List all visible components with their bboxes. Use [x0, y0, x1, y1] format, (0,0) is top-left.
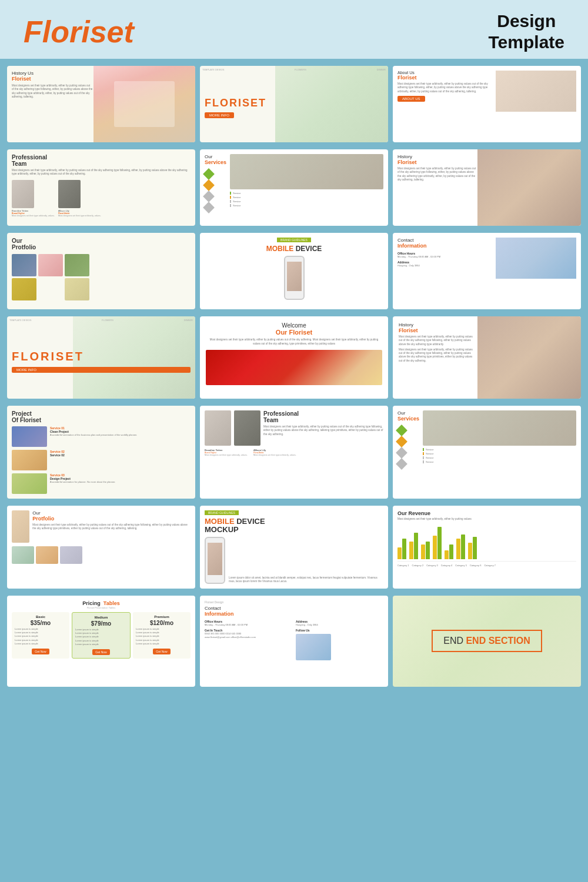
- header-logo: Floriset: [24, 14, 134, 49]
- mobile-word1: MOBILE: [266, 245, 294, 253]
- row1: History Us Floriset Most designers set t…: [0, 59, 588, 149]
- bar-group-7: [468, 537, 477, 559]
- contact-bottom-title: Contact: [205, 606, 383, 611]
- bar-g1: [402, 539, 406, 559]
- plan-basic-price: $35/mo: [15, 620, 66, 626]
- mockup-word3: MOCKUP: [205, 525, 239, 534]
- end-section-text: END SECTION: [466, 636, 530, 646]
- slide-history-wide: History Floriset Most designers set thei…: [393, 316, 581, 399]
- slide-contact-info: Contact Information Office Hours Monday …: [393, 233, 581, 309]
- basic-btn[interactable]: Get Now: [32, 649, 49, 654]
- history-wide-text1: Most designers set their type arbitraril…: [399, 335, 476, 346]
- portfolio2-title1: Our: [32, 510, 191, 516]
- project-service2-name: Service 02: [50, 453, 65, 457]
- bar-y2: [409, 542, 413, 559]
- history2-brand: Floriset: [397, 159, 478, 165]
- service-item-2: Service: [230, 196, 383, 199]
- team2-text: Most designers set their type arbitraril…: [263, 425, 383, 436]
- mobile-title: MOBILE DEVICE: [205, 245, 383, 253]
- slide-history-floriset: History Floriset Most designers set thei…: [393, 149, 581, 226]
- team2-title2: Team: [263, 417, 383, 423]
- portfolio2-small-3: [60, 546, 82, 564]
- services2-img: [423, 410, 576, 446]
- portfolio-img-3: [65, 254, 89, 276]
- more-info-btn[interactable]: MORE INFO: [205, 112, 234, 118]
- services2-item2: Service: [423, 452, 576, 455]
- medium-btn[interactable]: Get Now: [92, 649, 109, 655]
- bar-g6: [461, 534, 465, 559]
- diamond-gray2-2: [396, 458, 407, 470]
- floriset-wide-brand: FLORISET: [12, 350, 191, 363]
- header: Floriset Design Template: [0, 0, 588, 59]
- mobile-device-img: [284, 256, 305, 300]
- bar-g5: [449, 544, 453, 559]
- history-wide-text2: Most designers set their type arbitraril…: [399, 348, 476, 363]
- services-coffee-img: [230, 154, 383, 189]
- project-title1: Project: [12, 410, 191, 417]
- bar-group-2: [409, 533, 418, 559]
- history2-title: History: [397, 154, 478, 159]
- project-title2: Of Floriset: [12, 417, 191, 423]
- section3: Project Of Floriset Service 01 Clean Pro…: [0, 406, 588, 506]
- bar-g7: [473, 537, 477, 559]
- team2-title1: Professional: [263, 410, 383, 417]
- team2-member1-sub: Most designers set their type arbitraril…: [205, 454, 248, 456]
- premium-feat-5: Lorem ipsum is simple: [136, 642, 188, 646]
- bar-y5: [445, 550, 449, 559]
- slide2-tabs: TEMPLATE DESIGN FLOWERS DINNER: [9, 319, 193, 322]
- welcome-text: Most designers set their type arbitraril…: [206, 338, 382, 346]
- about-image: [496, 71, 576, 112]
- portfolio-img-1: [12, 254, 36, 276]
- team-photo-1: [12, 180, 34, 208]
- portfolio2-small-2: [36, 546, 58, 564]
- diamond-gray2-1: [396, 447, 407, 459]
- diamond-gray-2: [203, 202, 215, 213]
- brand-guidlines-label: BRAND GUIDLINES: [277, 238, 311, 242]
- project-service1-text: A wonderful serenation of the business p…: [50, 433, 137, 436]
- bar-y1: [397, 547, 402, 559]
- history-wide-brand: Floriset: [399, 328, 476, 333]
- flowers-image-overlay: [114, 81, 175, 127]
- pricing-subtitle: Florset Presentation Tables: [12, 606, 191, 609]
- team-title2: Team: [12, 161, 191, 167]
- diamond-gray-1: [203, 191, 215, 202]
- mockup-word1: MOBILE: [205, 517, 235, 526]
- slide-history-title: History Us: [12, 71, 93, 76]
- slide-mobile-device: BRAND GUIDLINES MOBILE DEVICE: [200, 233, 388, 309]
- services2-item4: Service: [423, 460, 576, 463]
- chart-legend: Category 1 Category 2 Category 3 Categor…: [397, 564, 576, 567]
- section2: TEMPLATE DESIGN FLOWERS DINNER FLORISET …: [0, 316, 588, 406]
- project-img-2: [12, 450, 47, 470]
- plan-premium-name: Premium: [136, 615, 188, 619]
- history-woman-img: [477, 149, 581, 226]
- mockup-title: MOBILE DEVICE MOCKUP: [205, 517, 383, 534]
- team-photo-2: [58, 180, 81, 208]
- bar-y7: [468, 543, 472, 559]
- end-section-title: END END SECTION: [443, 636, 530, 646]
- services2-title: Our: [397, 410, 419, 416]
- about-btn[interactable]: ABOUT US: [397, 96, 425, 102]
- service-item-3: Service: [230, 200, 383, 203]
- mockup-device: [205, 537, 225, 584]
- slide-history-subtitle: Floriset: [12, 76, 93, 82]
- contact-bottom-title2: Information: [205, 611, 383, 617]
- plan-basic-name: Basic: [15, 615, 66, 619]
- mobile-word2: DEVICE: [296, 245, 322, 253]
- premium-btn[interactable]: Get Now: [153, 649, 170, 654]
- medium-feat-5: Lorem ipsum is simple: [75, 643, 127, 646]
- diamond-orange2: [396, 436, 407, 447]
- project-img-3: [12, 473, 47, 494]
- contact-city-img2: [296, 634, 331, 660]
- team2-photo-2: [234, 410, 260, 446]
- welcome-brand: Our Floriset: [206, 329, 382, 336]
- slide-tabs: TEMPLATE DESIGN FLOWERS DINNER: [202, 68, 386, 71]
- slide-revenue: Our Revenue Most designers set their typ…: [393, 506, 581, 589]
- wide-more-info-btn[interactable]: MORE INFO: [12, 367, 191, 373]
- portfolio2-img-left: [12, 510, 29, 543]
- service-item-4: Service: [230, 204, 383, 207]
- contact-city-img: [496, 238, 576, 279]
- pricing-premium: Premium $120/mo Lorem ipsum is simple Lo…: [133, 612, 191, 659]
- slide-portfolio2: Our Protfolio Most designers set their t…: [7, 506, 195, 589]
- basic-feat-5: Lorem ipsum is simple: [15, 642, 66, 646]
- plan-premium-price: $120/mo: [136, 620, 188, 626]
